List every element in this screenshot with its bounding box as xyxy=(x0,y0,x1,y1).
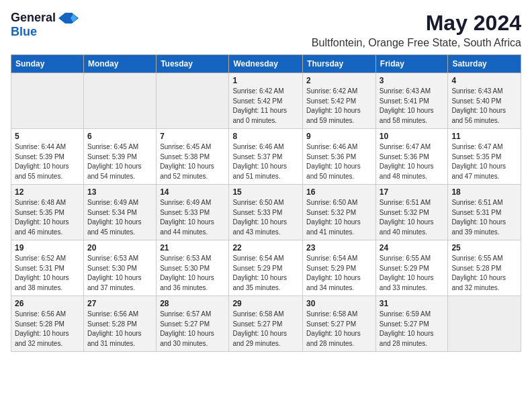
day-number: 18 xyxy=(451,187,517,197)
weekday-header-saturday: Saturday xyxy=(448,55,521,73)
day-number: 31 xyxy=(380,299,445,308)
day-info: Sunrise: 6:48 AM Sunset: 5:35 PM Dayligh… xyxy=(15,198,80,237)
day-number: 7 xyxy=(160,132,225,141)
calendar-day-cell: 30Sunrise: 6:58 AM Sunset: 5:27 PM Dayli… xyxy=(303,296,376,352)
calendar-day-cell: 9Sunrise: 6:46 AM Sunset: 5:36 PM Daylig… xyxy=(303,129,376,185)
day-number: 19 xyxy=(15,243,80,253)
day-number: 16 xyxy=(306,187,372,197)
day-info: Sunrise: 6:46 AM Sunset: 5:37 PM Dayligh… xyxy=(232,142,299,181)
day-number: 26 xyxy=(15,299,80,308)
day-number: 22 xyxy=(232,243,299,253)
calendar-day-cell: 2Sunrise: 6:42 AM Sunset: 5:42 PM Daylig… xyxy=(303,73,376,129)
calendar-day-cell xyxy=(11,73,84,129)
calendar-day-cell: 23Sunrise: 6:54 AM Sunset: 5:29 PM Dayli… xyxy=(303,240,376,296)
day-info: Sunrise: 6:53 AM Sunset: 5:30 PM Dayligh… xyxy=(87,254,152,293)
day-info: Sunrise: 6:43 AM Sunset: 5:40 PM Dayligh… xyxy=(451,87,517,126)
calendar-day-cell: 14Sunrise: 6:49 AM Sunset: 5:33 PM Dayli… xyxy=(157,185,229,240)
calendar-day-cell: 13Sunrise: 6:49 AM Sunset: 5:34 PM Dayli… xyxy=(83,185,156,240)
day-info: Sunrise: 6:58 AM Sunset: 5:27 PM Dayligh… xyxy=(306,310,372,349)
day-info: Sunrise: 6:58 AM Sunset: 5:27 PM Dayligh… xyxy=(232,310,299,349)
calendar-day-cell xyxy=(448,296,521,352)
calendar-day-cell: 12Sunrise: 6:48 AM Sunset: 5:35 PM Dayli… xyxy=(11,185,84,240)
day-info: Sunrise: 6:50 AM Sunset: 5:32 PM Dayligh… xyxy=(306,198,372,237)
day-number: 2 xyxy=(306,76,372,85)
weekday-header-wednesday: Wednesday xyxy=(229,55,303,73)
calendar-day-cell: 1Sunrise: 6:42 AM Sunset: 5:42 PM Daylig… xyxy=(229,73,303,129)
day-info: Sunrise: 6:57 AM Sunset: 5:27 PM Dayligh… xyxy=(160,310,225,349)
calendar-day-cell: 7Sunrise: 6:45 AM Sunset: 5:38 PM Daylig… xyxy=(157,129,229,185)
calendar-day-cell: 19Sunrise: 6:52 AM Sunset: 5:31 PM Dayli… xyxy=(11,240,84,296)
day-number: 28 xyxy=(160,299,225,308)
day-number: 17 xyxy=(380,187,445,197)
day-info: Sunrise: 6:42 AM Sunset: 5:42 PM Dayligh… xyxy=(306,87,372,126)
day-info: Sunrise: 6:54 AM Sunset: 5:29 PM Dayligh… xyxy=(232,254,299,293)
day-number: 29 xyxy=(232,299,299,308)
location-subtitle: Bultfontein, Orange Free State, South Af… xyxy=(312,37,521,49)
calendar-day-cell: 18Sunrise: 6:51 AM Sunset: 5:31 PM Dayli… xyxy=(448,185,521,240)
calendar-day-cell: 8Sunrise: 6:46 AM Sunset: 5:37 PM Daylig… xyxy=(229,129,303,185)
day-number: 6 xyxy=(87,132,152,141)
day-number: 13 xyxy=(87,187,152,197)
calendar-day-cell: 29Sunrise: 6:58 AM Sunset: 5:27 PM Dayli… xyxy=(229,296,303,352)
weekday-header-sunday: Sunday xyxy=(11,55,84,73)
day-info: Sunrise: 6:55 AM Sunset: 5:29 PM Dayligh… xyxy=(380,254,445,293)
calendar-week-row: 19Sunrise: 6:52 AM Sunset: 5:31 PM Dayli… xyxy=(11,240,521,296)
weekday-header-friday: Friday xyxy=(375,55,448,73)
calendar-day-cell: 31Sunrise: 6:59 AM Sunset: 5:27 PM Dayli… xyxy=(375,296,448,352)
calendar-day-cell: 17Sunrise: 6:51 AM Sunset: 5:32 PM Dayli… xyxy=(375,185,448,240)
logo-icon xyxy=(58,11,79,25)
month-title: May 2024 xyxy=(312,11,521,36)
day-number: 14 xyxy=(160,187,225,197)
weekday-header-tuesday: Tuesday xyxy=(157,55,229,73)
day-number: 9 xyxy=(306,132,372,141)
calendar-week-row: 1Sunrise: 6:42 AM Sunset: 5:42 PM Daylig… xyxy=(11,73,521,129)
weekday-header-monday: Monday xyxy=(83,55,156,73)
calendar-day-cell xyxy=(157,73,229,129)
day-number: 1 xyxy=(232,76,299,85)
day-number: 8 xyxy=(232,132,299,141)
day-info: Sunrise: 6:51 AM Sunset: 5:32 PM Dayligh… xyxy=(380,198,445,237)
weekday-header-thursday: Thursday xyxy=(303,55,376,73)
day-number: 15 xyxy=(232,187,299,197)
day-number: 21 xyxy=(160,243,225,253)
calendar-day-cell: 3Sunrise: 6:43 AM Sunset: 5:41 PM Daylig… xyxy=(375,73,448,129)
day-number: 5 xyxy=(15,132,80,141)
logo: General Blue xyxy=(11,11,79,39)
day-info: Sunrise: 6:49 AM Sunset: 5:34 PM Dayligh… xyxy=(87,198,152,237)
calendar-day-cell: 4Sunrise: 6:43 AM Sunset: 5:40 PM Daylig… xyxy=(448,73,521,129)
day-info: Sunrise: 6:52 AM Sunset: 5:31 PM Dayligh… xyxy=(15,254,80,293)
calendar-day-cell: 26Sunrise: 6:56 AM Sunset: 5:28 PM Dayli… xyxy=(11,296,84,352)
calendar-day-cell: 6Sunrise: 6:45 AM Sunset: 5:39 PM Daylig… xyxy=(83,129,156,185)
day-number: 27 xyxy=(87,299,152,308)
day-info: Sunrise: 6:46 AM Sunset: 5:36 PM Dayligh… xyxy=(306,142,372,181)
calendar-day-cell: 16Sunrise: 6:50 AM Sunset: 5:32 PM Dayli… xyxy=(303,185,376,240)
title-block: May 2024 Bultfontein, Orange Free State,… xyxy=(312,11,521,49)
calendar-day-cell: 15Sunrise: 6:50 AM Sunset: 5:33 PM Dayli… xyxy=(229,185,303,240)
calendar-day-cell: 5Sunrise: 6:44 AM Sunset: 5:39 PM Daylig… xyxy=(11,129,84,185)
day-info: Sunrise: 6:45 AM Sunset: 5:39 PM Dayligh… xyxy=(87,142,152,181)
logo-blue-text: Blue xyxy=(11,25,37,39)
day-info: Sunrise: 6:55 AM Sunset: 5:28 PM Dayligh… xyxy=(451,254,517,293)
calendar-day-cell: 10Sunrise: 6:47 AM Sunset: 5:36 PM Dayli… xyxy=(375,129,448,185)
day-number: 20 xyxy=(87,243,152,253)
calendar-week-row: 5Sunrise: 6:44 AM Sunset: 5:39 PM Daylig… xyxy=(11,129,521,185)
calendar-day-cell: 24Sunrise: 6:55 AM Sunset: 5:29 PM Dayli… xyxy=(375,240,448,296)
calendar-table: SundayMondayTuesdayWednesdayThursdayFrid… xyxy=(11,54,521,352)
day-number: 30 xyxy=(306,299,372,308)
day-info: Sunrise: 6:53 AM Sunset: 5:30 PM Dayligh… xyxy=(160,254,225,293)
day-info: Sunrise: 6:56 AM Sunset: 5:28 PM Dayligh… xyxy=(87,310,152,349)
day-info: Sunrise: 6:49 AM Sunset: 5:33 PM Dayligh… xyxy=(160,198,225,237)
day-info: Sunrise: 6:42 AM Sunset: 5:42 PM Dayligh… xyxy=(232,87,299,126)
calendar-day-cell xyxy=(83,73,156,129)
day-number: 12 xyxy=(15,187,80,197)
calendar-day-cell: 21Sunrise: 6:53 AM Sunset: 5:30 PM Dayli… xyxy=(157,240,229,296)
day-info: Sunrise: 6:44 AM Sunset: 5:39 PM Dayligh… xyxy=(15,142,80,181)
logo-general-text: General xyxy=(11,11,56,25)
calendar-day-cell: 20Sunrise: 6:53 AM Sunset: 5:30 PM Dayli… xyxy=(83,240,156,296)
calendar-day-cell: 22Sunrise: 6:54 AM Sunset: 5:29 PM Dayli… xyxy=(229,240,303,296)
day-number: 24 xyxy=(380,243,445,253)
calendar-week-row: 26Sunrise: 6:56 AM Sunset: 5:28 PM Dayli… xyxy=(11,296,521,352)
calendar-day-cell: 27Sunrise: 6:56 AM Sunset: 5:28 PM Dayli… xyxy=(83,296,156,352)
day-number: 23 xyxy=(306,243,372,253)
day-info: Sunrise: 6:54 AM Sunset: 5:29 PM Dayligh… xyxy=(306,254,372,293)
